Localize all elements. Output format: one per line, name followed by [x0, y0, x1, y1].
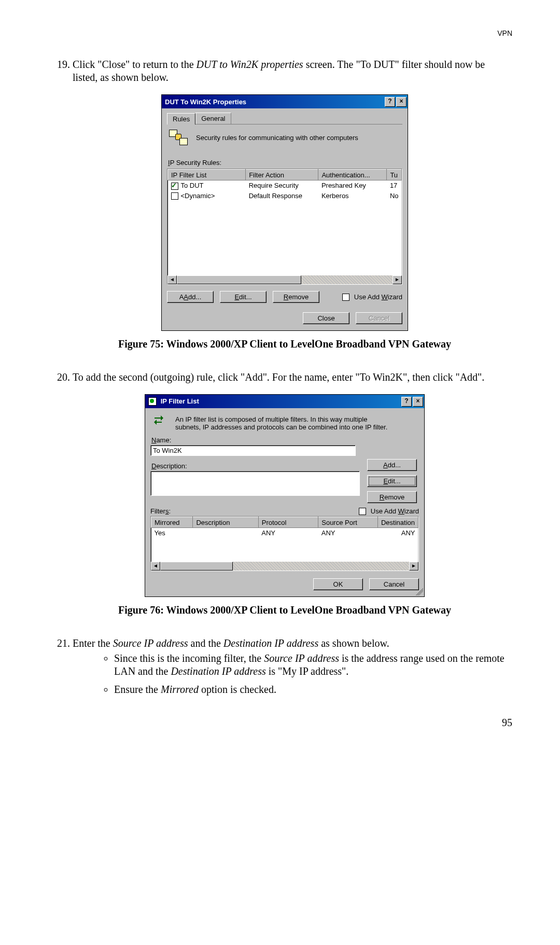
ok-button[interactable]: OK	[313, 578, 363, 590]
info-text: An IP filter list is composed of multipl…	[175, 415, 393, 431]
horizontal-scrollbar[interactable]: ◄ ►	[151, 562, 418, 571]
table-row[interactable]: To DUT Require Security Preshared Key 17	[168, 180, 402, 191]
titlebar: IP Filter List ? ×	[145, 395, 424, 408]
name-input[interactable]	[150, 445, 356, 456]
add-button[interactable]: Add...	[367, 459, 417, 471]
page-header: VPN	[57, 29, 512, 37]
scroll-thumb[interactable]	[177, 275, 301, 284]
figure-76-caption: Figure 76: Windows 2000/XP Client to Lev…	[57, 604, 512, 616]
col-protocol[interactable]: Protocol	[258, 517, 318, 528]
step-19-text-a: Click "Close" to return to the	[73, 59, 197, 70]
figure-75-caption: Figure 75: Windows 2000/XP Client to Lev…	[57, 338, 512, 350]
scroll-right-icon[interactable]: ►	[393, 275, 402, 284]
dialog-title: IP Filter List	[161, 397, 199, 405]
description-input[interactable]	[150, 471, 360, 496]
col-destination[interactable]: Destination	[377, 517, 418, 528]
filter-arrows-icon	[152, 415, 167, 427]
close-icon[interactable]: ×	[396, 97, 407, 107]
table-row[interactable]: <Dynamic> Default Response Kerberos No	[168, 191, 402, 201]
cancel-button: Cancel	[356, 312, 402, 324]
security-network-icon	[169, 130, 188, 145]
use-add-wizard-checkbox[interactable]: Use Add Wizard	[359, 507, 419, 515]
checkbox-icon[interactable]	[359, 508, 366, 515]
filters-list[interactable]: Mirrored Description Protocol Source Por…	[150, 516, 419, 571]
scroll-thumb[interactable]	[160, 562, 233, 571]
close-icon[interactable]: ×	[413, 397, 423, 407]
remove-button[interactable]: Remove	[273, 291, 319, 303]
info-text: Security rules for communicating with ot…	[196, 134, 358, 142]
help-icon[interactable]: ?	[401, 397, 412, 407]
ip-rules-label: IP Security Rules:	[168, 159, 401, 166]
scroll-right-icon[interactable]: ►	[409, 562, 418, 571]
close-button[interactable]: Close	[303, 312, 349, 324]
col-ip-filter-list[interactable]: IP Filter List	[168, 170, 246, 180]
step-19-text-italic: DUT to Win2K properties	[197, 59, 303, 70]
checkbox-icon[interactable]	[171, 192, 178, 200]
col-source-port[interactable]: Source Port	[318, 517, 378, 528]
horizontal-scrollbar[interactable]: ◄ ►	[167, 275, 402, 284]
filters-label: Filters:	[150, 507, 171, 515]
remove-button[interactable]: Remove	[367, 491, 417, 503]
use-add-wizard-checkbox[interactable]: Use Add Wizard	[342, 293, 402, 301]
bullet-2: Ensure the Mirrored option is checked.	[114, 683, 512, 696]
edit-button[interactable]: Edit...	[367, 475, 417, 487]
col-tu[interactable]: Tu	[387, 170, 402, 180]
description-label: Description:	[151, 462, 359, 470]
titlebar: DUT To Win2K Properties ? ×	[162, 95, 408, 108]
checkbox-icon[interactable]	[342, 294, 349, 301]
table-row[interactable]: Yes ANY ANY ANY	[151, 528, 418, 538]
tab-rules[interactable]: Rules	[167, 113, 195, 124]
scroll-left-icon[interactable]: ◄	[167, 275, 177, 284]
bullet-1: Since this is the incoming filter, the S…	[114, 652, 512, 678]
col-description[interactable]: Description	[193, 517, 258, 528]
edit-button[interactable]: Edit...	[220, 291, 267, 303]
col-authentication[interactable]: Authentication...	[318, 170, 387, 180]
checkbox-icon[interactable]	[171, 183, 178, 190]
ip-filter-list-dialog: IP Filter List ? × An IP filter list is …	[145, 394, 425, 597]
help-icon[interactable]: ?	[385, 97, 395, 107]
step-20: To add the second (outgoing) rule, click…	[73, 371, 512, 384]
step-21: Enter the Source IP address and the Dest…	[73, 637, 512, 696]
step-19: Click "Close" to return to the DUT to Wi…	[73, 58, 512, 84]
col-filter-action[interactable]: Filter Action	[246, 170, 318, 180]
tab-general[interactable]: General	[195, 113, 231, 124]
cancel-button[interactable]: Cancel	[369, 578, 419, 590]
security-rules-list[interactable]: IP Filter List Filter Action Authenticat…	[167, 169, 402, 285]
scroll-left-icon[interactable]: ◄	[151, 562, 160, 571]
resize-grip-icon[interactable]	[416, 588, 423, 595]
dialog-title: DUT To Win2K Properties	[165, 98, 246, 106]
dut-properties-dialog: DUT To Win2K Properties ? × Rules Genera…	[161, 94, 408, 331]
add-button[interactable]: AAdd...	[167, 291, 214, 303]
name-label: Name:	[151, 436, 418, 444]
col-mirrored[interactable]: Mirrored	[151, 517, 193, 528]
page-number: 95	[57, 717, 512, 729]
